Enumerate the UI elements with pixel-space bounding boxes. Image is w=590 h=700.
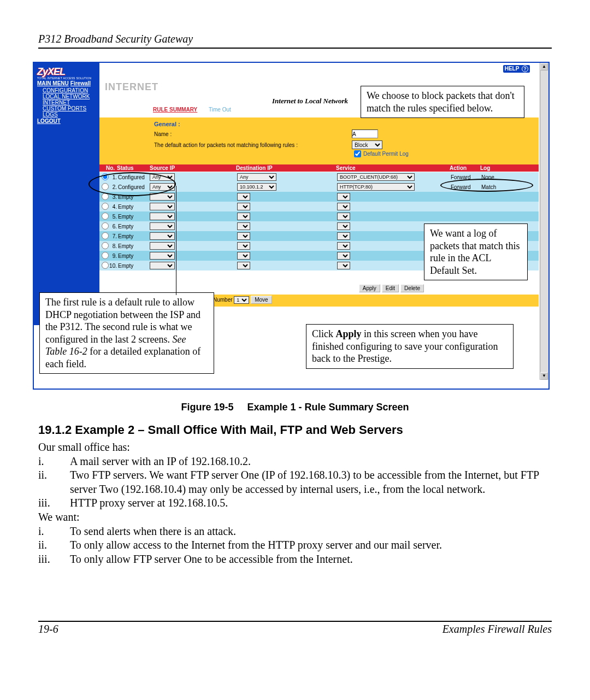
page-footer: 19-6 Examples Firewall Rules: [38, 621, 552, 636]
row-number: 5.: [109, 214, 118, 220]
row-select[interactable]: [150, 203, 175, 210]
row-number: 10.: [109, 263, 118, 269]
ring-first-rules: [88, 172, 176, 196]
sidebar-item-configuration[interactable]: CONFIGURATION: [43, 87, 96, 93]
row-select[interactable]: 10.100.1.2: [237, 183, 276, 191]
tab-timeout[interactable]: Time Out: [209, 107, 231, 113]
permit-log-checkbox[interactable]: [354, 150, 361, 157]
row-select[interactable]: [150, 232, 175, 240]
row-status: Empty: [118, 243, 150, 249]
callout-apply-bold: Apply: [336, 328, 362, 339]
sidebar-item-custom-ports[interactable]: CUSTOM PORTS: [43, 105, 96, 111]
tab-bar: RULE SUMMARY Time Out: [153, 107, 241, 113]
name-label: Name :: [154, 131, 179, 137]
row-status: Empty: [118, 214, 150, 220]
row-select[interactable]: [150, 242, 175, 250]
row-select[interactable]: BOOTP_CLIENT(UDP:68): [337, 173, 415, 181]
table-row: 3.Empty: [99, 192, 539, 202]
row-select[interactable]: [337, 203, 350, 210]
move-button[interactable]: Move: [251, 296, 272, 304]
row-radio[interactable]: [102, 262, 109, 269]
figure-caption: Figure 19-5 Example 1 - Rule Summary Scr…: [38, 402, 552, 413]
row-select[interactable]: [237, 203, 250, 210]
default-action-text: The default action for packets not match…: [154, 142, 352, 148]
ring-forward-match: [440, 179, 533, 192]
delete-button[interactable]: Delete: [400, 284, 424, 292]
row-select[interactable]: [150, 222, 175, 230]
row-select[interactable]: [237, 213, 250, 220]
row-select[interactable]: [237, 222, 250, 230]
callout-block: We choose to block packets that don't ma…: [361, 86, 524, 118]
body-text: Our small office has: i.A mail server wi…: [38, 440, 552, 566]
col-log: Log: [480, 165, 502, 171]
row-number: 4.: [109, 204, 118, 210]
row-select[interactable]: [237, 242, 250, 250]
wewant-line: We want:: [38, 510, 552, 525]
footer-section: Examples Firewall Rules: [442, 623, 552, 636]
number-select[interactable]: 1: [234, 296, 249, 304]
row-select[interactable]: Any: [237, 173, 276, 181]
row-select[interactable]: [150, 213, 175, 220]
general-panel: General : Name : The default action for …: [99, 117, 539, 164]
row-radio[interactable]: [102, 203, 109, 210]
row-status: Empty: [118, 253, 150, 259]
row-select[interactable]: [150, 252, 175, 260]
scroll-up-icon[interactable]: ▲: [540, 63, 548, 70]
permit-log-label: Default Permit Log: [363, 151, 409, 157]
row-select[interactable]: [237, 252, 250, 260]
default-action-select[interactable]: Block: [352, 140, 382, 149]
row-select[interactable]: [337, 213, 350, 220]
sidebar-logout[interactable]: LOGOUT: [37, 118, 61, 124]
vertical-scrollbar[interactable]: ▲ ▼: [540, 63, 548, 380]
sidebar: ZyXEL TOTAL INTERNET ACCESS SOLUTION MAI…: [34, 63, 99, 325]
sidebar-main-menu[interactable]: MAIN MENU: [37, 80, 69, 86]
row-select[interactable]: [337, 222, 350, 230]
edit-button[interactable]: Edit: [382, 284, 399, 292]
col-action: Action: [450, 165, 480, 171]
page-subtitle: Internet to Local Network: [272, 97, 348, 105]
row-select[interactable]: [337, 232, 350, 240]
row-radio[interactable]: [102, 252, 109, 259]
document-header: P312 Broadband Security Gateway: [38, 33, 552, 49]
row-select[interactable]: [237, 262, 250, 269]
list1-item-1: i.A mail server with an IP of 192.168.10…: [38, 455, 552, 469]
caption-label: Figure 19-5: [181, 402, 233, 413]
list1-item-2: ii.Two FTP servers. We want FTP server O…: [38, 468, 552, 496]
row-number: 8.: [109, 243, 118, 249]
callout-apply-a: Click: [312, 328, 336, 339]
sidebar-item-logs[interactable]: LOGS: [43, 111, 96, 117]
name-input[interactable]: [352, 130, 378, 138]
tab-rule-summary[interactable]: RULE SUMMARY: [153, 107, 197, 113]
row-select[interactable]: HTTP(TCP:80): [337, 183, 415, 191]
row-radio[interactable]: [102, 222, 109, 230]
list2-item-3: iii.To only allow FTP server One to be a…: [38, 552, 552, 567]
list2-item-1: i.To send alerts when there is an attack…: [38, 525, 552, 539]
row-select[interactable]: [337, 242, 350, 250]
row-number: 6.: [109, 223, 118, 230]
row-select[interactable]: [237, 193, 250, 201]
row-select[interactable]: [337, 193, 350, 201]
caption-text: Example 1 - Rule Summary Screen: [247, 402, 409, 413]
row-select[interactable]: [337, 262, 350, 269]
section-heading: 19.1.2 Example 2 – Small Office With Mai…: [38, 423, 552, 437]
row-radio[interactable]: [102, 213, 109, 220]
row-status: Empty: [118, 263, 150, 269]
row-select[interactable]: [337, 252, 350, 260]
figure-screenshot: ▲ ▼ HELP ? ZyXEL TOTAL INTERNET ACCESS S…: [33, 62, 550, 390]
row-select[interactable]: [150, 262, 175, 269]
sidebar-item-local-network[interactable]: LOCAL NETWORK: [43, 93, 96, 99]
list2-item-2: ii.To only allow access to the Internet …: [38, 538, 552, 552]
scroll-down-icon[interactable]: ▼: [540, 372, 548, 380]
col-svc: Service: [336, 165, 450, 171]
row-select[interactable]: [237, 232, 250, 240]
callout-apply: Click Apply in this screen when you have…: [306, 324, 514, 369]
sidebar-firewall[interactable]: Firewall: [70, 80, 91, 86]
row-number: 7.: [109, 233, 118, 239]
col-status: Status: [117, 165, 150, 171]
row-radio[interactable]: [102, 242, 109, 249]
row-radio[interactable]: [102, 232, 109, 239]
row-status: Empty: [118, 223, 150, 230]
general-heading: General :: [154, 121, 534, 127]
apply-button[interactable]: Apply: [359, 284, 380, 292]
sidebar-item-internet[interactable]: INTERNET: [43, 99, 96, 105]
